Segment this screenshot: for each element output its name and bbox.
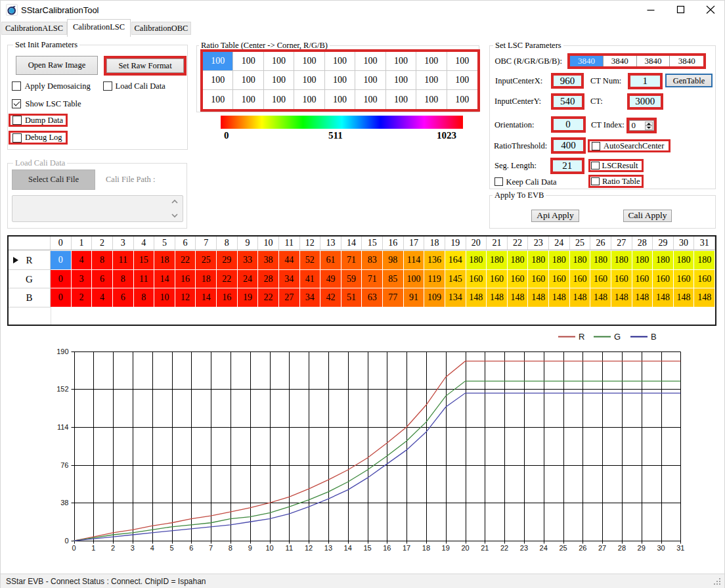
gen-table-button[interactable]: GenTable bbox=[665, 74, 713, 87]
grid-cell[interactable]: 148 bbox=[632, 288, 653, 307]
grid-cell[interactable]: 63 bbox=[362, 288, 382, 307]
grid-column-header[interactable]: 12 bbox=[300, 237, 321, 250]
grid-cell[interactable]: 41 bbox=[300, 270, 320, 288]
grid-cell[interactable]: 160 bbox=[653, 270, 673, 288]
grid-column-header[interactable]: 9 bbox=[238, 237, 259, 250]
grid-cell[interactable]: 148 bbox=[466, 288, 487, 307]
grid-column-header[interactable]: 18 bbox=[424, 237, 445, 250]
grid-cell[interactable]: 136 bbox=[424, 251, 445, 269]
grid-cell[interactable]: 160 bbox=[570, 270, 590, 288]
scroll-down-icon[interactable] bbox=[171, 213, 179, 218]
grid-cell[interactable]: 180 bbox=[694, 251, 714, 269]
grid-column-header[interactable]: 1 bbox=[72, 237, 93, 250]
grid-cell[interactable]: 25 bbox=[196, 251, 216, 269]
grid-cell[interactable]: 19 bbox=[238, 288, 258, 307]
ratio-table[interactable]: 1001001001001001001001001001001001001001… bbox=[203, 52, 477, 109]
grid-cell[interactable]: 180 bbox=[611, 251, 632, 269]
grid-column-header[interactable]: 16 bbox=[383, 237, 404, 250]
grid-cell[interactable]: 59 bbox=[341, 270, 362, 288]
keep-cali-data-checkbox[interactable] bbox=[494, 177, 503, 186]
grid-cell[interactable]: 114 bbox=[404, 251, 424, 269]
grid-cell[interactable]: 51 bbox=[341, 288, 362, 307]
grid-cell[interactable]: 4 bbox=[92, 288, 112, 307]
grid-cell[interactable]: 42 bbox=[320, 288, 341, 307]
obc-cell[interactable]: 3840 bbox=[670, 56, 703, 66]
grid-cell[interactable]: 8 bbox=[134, 288, 154, 307]
grid-column-header[interactable]: 22 bbox=[508, 237, 529, 250]
grid-cell[interactable]: 18 bbox=[154, 251, 175, 269]
grid-cell[interactable]: 148 bbox=[549, 288, 569, 307]
grid-column-header[interactable]: 14 bbox=[341, 237, 362, 250]
ratio-cell[interactable]: 100 bbox=[203, 90, 233, 109]
grid-cell[interactable]: 160 bbox=[674, 270, 694, 288]
grid-cell[interactable]: 22 bbox=[258, 288, 278, 307]
ratio-cell[interactable]: 100 bbox=[233, 71, 263, 90]
grid-column-header[interactable]: 17 bbox=[404, 237, 425, 250]
grid-cell[interactable]: 11 bbox=[113, 251, 133, 269]
grid-cell[interactable]: 22 bbox=[217, 270, 237, 288]
grid-cell[interactable]: 38 bbox=[258, 251, 278, 269]
grid-cell[interactable]: 180 bbox=[632, 251, 653, 269]
ratio-cell[interactable]: 100 bbox=[386, 90, 416, 109]
grid-cell[interactable]: 2 bbox=[72, 288, 92, 307]
api-apply-button[interactable]: Api Apply bbox=[531, 210, 579, 222]
grid-cell[interactable]: 28 bbox=[258, 270, 278, 288]
ratio-cell[interactable]: 100 bbox=[325, 52, 355, 71]
grid-cell[interactable]: 180 bbox=[487, 251, 507, 269]
grid-cell[interactable]: 18 bbox=[196, 270, 216, 288]
spin-down-button[interactable] bbox=[645, 125, 653, 129]
grid-cell[interactable]: 148 bbox=[653, 288, 673, 307]
ratio-cell[interactable]: 100 bbox=[447, 71, 477, 90]
grid-cell[interactable]: 180 bbox=[528, 251, 548, 269]
show-lsc-table-checkbox[interactable] bbox=[12, 99, 21, 108]
grid-row-header[interactable]: B bbox=[9, 288, 51, 307]
grid-column-header[interactable]: 31 bbox=[694, 237, 715, 250]
grid-cell[interactable]: 14 bbox=[154, 270, 175, 288]
grid-column-header[interactable]: 4 bbox=[134, 237, 155, 250]
grid-cell[interactable]: 24 bbox=[238, 270, 258, 288]
ratio-cell[interactable]: 100 bbox=[203, 52, 233, 71]
grid-column-header[interactable]: 10 bbox=[258, 237, 279, 250]
grid-cell[interactable]: 164 bbox=[445, 251, 466, 269]
grid-cell[interactable]: 109 bbox=[424, 288, 445, 307]
grid-cell[interactable]: 180 bbox=[549, 251, 569, 269]
grid-cell[interactable]: 91 bbox=[404, 288, 424, 307]
grid-column-header[interactable]: 24 bbox=[549, 237, 570, 250]
grid-column-header[interactable]: 28 bbox=[632, 237, 653, 250]
grid-cell[interactable]: 148 bbox=[611, 288, 632, 307]
ratio-cell[interactable]: 100 bbox=[355, 71, 385, 90]
grid-column-header[interactable]: 19 bbox=[445, 237, 466, 250]
grid-cell[interactable]: 12 bbox=[175, 288, 196, 307]
grid-column-header[interactable]: 25 bbox=[570, 237, 591, 250]
ratio-cell[interactable]: 100 bbox=[416, 52, 447, 71]
cali-file-textarea[interactable] bbox=[12, 195, 183, 222]
grid-cell[interactable]: 33 bbox=[238, 251, 258, 269]
load-cali-data-checkbox[interactable] bbox=[103, 81, 112, 91]
resize-grip[interactable] bbox=[714, 578, 723, 587]
grid-cell[interactable]: 49 bbox=[320, 270, 341, 288]
ratio-cell[interactable]: 100 bbox=[447, 90, 477, 109]
ratio-threshold-field[interactable]: 400 bbox=[554, 140, 583, 151]
grid-column-header[interactable]: 23 bbox=[528, 237, 549, 250]
grid-cell[interactable]: 180 bbox=[508, 251, 528, 269]
grid-cell[interactable]: 148 bbox=[674, 288, 694, 307]
minimize-button[interactable] bbox=[635, 1, 665, 19]
grid-column-header[interactable]: 8 bbox=[217, 237, 238, 250]
grid-column-header[interactable]: 30 bbox=[674, 237, 695, 250]
grid-cell[interactable]: 6 bbox=[92, 270, 112, 288]
grid-cell[interactable]: 134 bbox=[445, 288, 466, 307]
grid-column-header[interactable]: 29 bbox=[653, 237, 674, 250]
grid-column-header[interactable]: 26 bbox=[590, 237, 611, 250]
ratio-cell[interactable]: 100 bbox=[264, 71, 294, 90]
ct-index-spinner[interactable]: 0 bbox=[629, 120, 654, 131]
grid-cell[interactable]: 148 bbox=[508, 288, 528, 307]
grid-cell[interactable]: 44 bbox=[279, 251, 299, 269]
obc-cell[interactable]: 3840 bbox=[570, 56, 604, 66]
grid-cell[interactable]: 180 bbox=[466, 251, 487, 269]
input-center-x-field[interactable]: 960 bbox=[554, 76, 581, 86]
grid-cell[interactable]: 8 bbox=[92, 251, 112, 269]
obc-cell[interactable]: 3840 bbox=[637, 56, 670, 66]
tab-calibration-obc[interactable]: CalibrationOBC bbox=[131, 22, 191, 35]
grid-cell[interactable]: 180 bbox=[570, 251, 590, 269]
select-cali-file-button[interactable]: Select Cali File bbox=[12, 170, 95, 190]
